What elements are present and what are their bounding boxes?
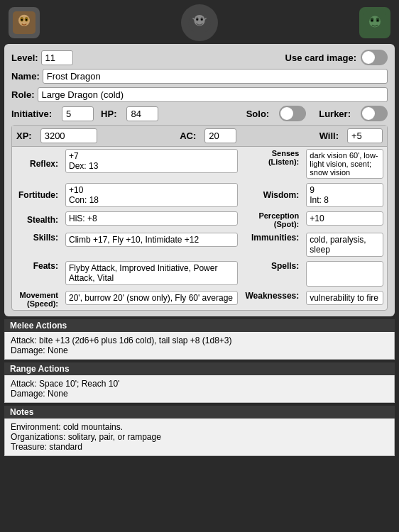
senses-input[interactable]: dark vision 60', low-light vision, scent…	[306, 149, 383, 179]
lurker-toggle[interactable]	[361, 106, 388, 121]
range-damage: Damage: None	[11, 389, 388, 399]
immunities-input[interactable]: cold, paralysis, sleep	[306, 233, 383, 257]
stat-table: Reflex: +7 Dex: 13 Senses(Listen): dark …	[12, 147, 387, 310]
xp-label: XP:	[16, 131, 32, 141]
melee-header: Melee Actions	[4, 319, 395, 332]
range-attack: Attack: Space 10'; Reach 10'	[11, 379, 388, 389]
perception-input[interactable]: +10	[306, 211, 383, 226]
svg-point-7	[194, 15, 204, 26]
skills-input[interactable]: Climb +17, Fly +10, Intimidate +12	[65, 233, 238, 247]
top-bar	[0, 0, 399, 44]
senses-label: Senses(Listen):	[241, 147, 302, 181]
reflex-label: Reflex:	[12, 147, 62, 181]
fortitude-input[interactable]: +10 Con: 18	[65, 183, 238, 207]
will-label: Will:	[319, 131, 339, 141]
immunities-label: Immunities:	[241, 231, 302, 259]
svg-point-17	[377, 20, 378, 21]
notes-content: Environment: cold mountains. Organizatio…	[4, 419, 395, 456]
level-input[interactable]: 11	[41, 50, 73, 65]
role-input[interactable]: Large Dragon (cold)	[38, 87, 388, 102]
ac-input[interactable]: 20	[204, 128, 236, 143]
solo-label: Solo:	[246, 109, 270, 119]
spells-input[interactable]	[306, 261, 383, 287]
use-card-image-label: Use card image:	[285, 52, 356, 63]
perception-label: Perception(Spot):	[241, 209, 302, 231]
melee-attack: Attack: bite +13 (2d6+6 plus 1d6 cold), …	[11, 336, 388, 345]
svg-point-10	[197, 18, 199, 21]
stealth-input[interactable]: HiS: +8	[65, 211, 238, 226]
center-icon-button[interactable]	[181, 4, 218, 41]
movement-input[interactable]: 20', burrow 20' (snow only), Fly 60' ave…	[65, 291, 238, 305]
name-row: Name: Frost Dragon	[11, 69, 388, 84]
main-content: Level: 11 Use card image: Name: Frost Dr…	[4, 44, 395, 316]
movement-weaknesses-row: Movement(Speed): 20', burrow 20' (snow o…	[12, 289, 387, 310]
stat-grid: XP: 3200 AC: 20 Will: +5 Reflex: +7 Dex:…	[11, 125, 388, 311]
left-icon-button[interactable]	[9, 7, 40, 38]
right-icon-button[interactable]	[359, 7, 390, 38]
spells-label: Spells:	[241, 259, 302, 289]
lurker-label: Lurker:	[319, 109, 351, 119]
ac-label: AC:	[180, 131, 196, 141]
center-icon-area	[181, 4, 218, 41]
stealth-label: Stealth:	[12, 209, 62, 231]
hp-input[interactable]: 84	[126, 106, 158, 121]
level-row: Level: 11 Use card image:	[11, 50, 388, 65]
svg-point-13	[369, 16, 381, 27]
svg-point-5	[26, 19, 27, 21]
melee-damage: Damage: None	[11, 345, 388, 355]
svg-point-4	[21, 19, 23, 21]
feats-spells-row: Feats: Flyby Attack, Improved Initiative…	[12, 259, 387, 289]
weaknesses-label: Weaknesses:	[241, 289, 302, 310]
range-content: Attack: Space 10'; Reach 10' Damage: Non…	[4, 375, 395, 403]
role-row: Role: Large Dragon (cold)	[11, 87, 388, 102]
fortitude-label: Fortitude:	[12, 181, 62, 209]
name-label: Name:	[11, 71, 40, 82]
svg-point-1	[18, 15, 30, 26]
hp-label: HP:	[101, 109, 116, 119]
weaknesses-input[interactable]: vulnerability to fire	[306, 291, 383, 305]
xp-input[interactable]: 3200	[40, 128, 97, 143]
svg-point-11	[201, 18, 203, 21]
movement-label: Movement(Speed):	[12, 289, 62, 310]
initiative-label: Initiative:	[11, 109, 52, 119]
initiative-row: Initiative: 5 HP: 84 Solo: Lurker:	[11, 106, 388, 121]
melee-content: Attack: bite +13 (2d6+6 plus 1d6 cold), …	[4, 332, 395, 360]
wisdom-input[interactable]: 9 Int: 8	[306, 183, 383, 207]
initiative-input[interactable]: 5	[62, 106, 94, 121]
stealth-perception-row: Stealth: HiS: +8 Perception(Spot): +10	[12, 209, 387, 231]
skills-label: Skills:	[12, 231, 62, 259]
range-header: Range Actions	[4, 362, 395, 375]
reflex-senses-row: Reflex: +7 Dex: 13 Senses(Listen): dark …	[12, 147, 387, 181]
role-label: Role:	[11, 89, 35, 100]
fortitude-wisdom-row: Fortitude: +10 Con: 18 Wisdom: 9 Int: 8	[12, 181, 387, 209]
name-input[interactable]: Frost Dragon	[43, 69, 388, 84]
notes-header: Notes	[4, 406, 395, 419]
feats-input[interactable]: Flyby Attack, Improved Initiative, Power…	[65, 261, 238, 285]
feats-label: Feats:	[12, 259, 62, 289]
solo-toggle[interactable]	[279, 106, 306, 121]
svg-point-16	[371, 20, 373, 21]
reflex-input[interactable]: +7 Dex: 13	[65, 149, 238, 173]
wisdom-label: Wisdom:	[241, 181, 302, 209]
will-input[interactable]: +5	[347, 128, 383, 143]
use-card-image-toggle[interactable]	[361, 50, 388, 65]
level-label: Level:	[11, 52, 38, 63]
skills-immunities-row: Skills: Climb +17, Fly +10, Intimidate +…	[12, 231, 387, 259]
